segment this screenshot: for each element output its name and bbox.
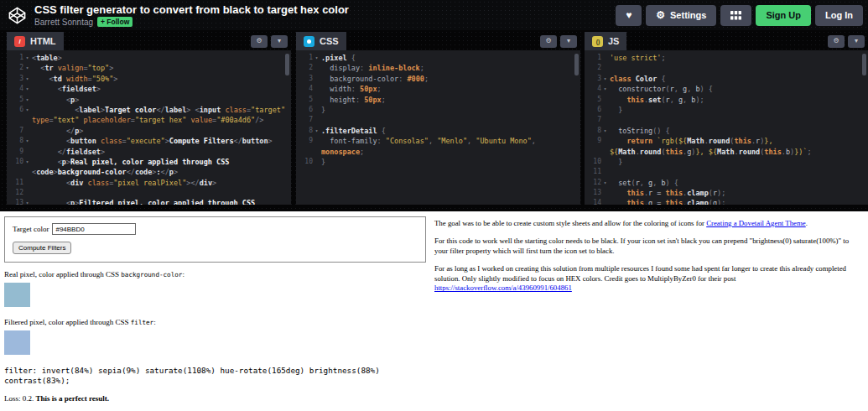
result-pane: Target color Compute Filters Real pixel,…	[0, 211, 868, 411]
code-line: 2	[585, 63, 868, 73]
js-collapse-button[interactable]: ▾	[848, 35, 865, 48]
code-line: monospace;	[296, 147, 580, 157]
html-settings-button[interactable]: ⚙	[251, 35, 268, 48]
code-line: 4 width: 50px;	[296, 84, 580, 94]
login-button[interactable]: Log In	[815, 5, 863, 26]
code-line: 5 height: 50px;	[296, 95, 580, 105]
filtered-pixel-caption: Filtered pixel, color applied through CS…	[4, 318, 429, 326]
css-tab[interactable]: CSS	[296, 32, 346, 50]
codepen-logo-icon[interactable]	[8, 6, 27, 25]
inline-code: background-color	[121, 271, 182, 278]
code-line: 1▾<table>	[7, 53, 291, 63]
js-icon: ( )	[592, 36, 603, 47]
css-icon	[304, 36, 314, 47]
result-right-column: The goal was to be able to create custom…	[434, 219, 860, 301]
code-line: 11 <div class="pixel realPixel"></div>	[7, 178, 291, 188]
js-settings-button[interactable]: ⚙	[828, 35, 845, 48]
layout-grid-icon	[730, 11, 741, 20]
code-line: 5 this.set(r, g, b);	[585, 95, 868, 105]
result-paragraph: For this code to work well the starting …	[434, 237, 860, 257]
code-line: 12	[7, 188, 291, 198]
code-line: 3▾ <td width="50%">	[7, 74, 291, 84]
js-editor-panel: ( ) JS ⚙ ▾ 1'use strict';23▾class Color …	[585, 32, 868, 205]
code-line: 3▾class Color {	[585, 74, 868, 84]
real-pixel-caption: Real pixel, color applied through CSS ba…	[4, 270, 429, 278]
result-link[interactable]: https://stackoverflow.com/a/43960991/604…	[434, 284, 572, 292]
js-panel-header: ( ) JS ⚙ ▾	[585, 32, 868, 50]
code-line: 9 font-family: "Consolas", "Menlo", "Ubu…	[296, 136, 580, 146]
chevron-down-icon: ▾	[567, 38, 570, 44]
css-editor-panel: CSS ⚙ ▾ 1▾.pixel {2 display: inline-bloc…	[296, 32, 580, 205]
inline-code: filter	[131, 319, 153, 326]
editor-row: / HTML ⚙ ▾ 1▾<table>2▾ <tr valign="top">…	[0, 30, 868, 211]
gear-icon: ⚙	[656, 10, 665, 20]
gear-icon: ⚙	[833, 38, 839, 44]
chevron-down-icon: ▾	[855, 38, 858, 44]
top-header: CSS filter generator to convert from bla…	[0, 0, 868, 30]
author-name: Barrett Sonntag	[34, 18, 93, 27]
byline: Barrett Sonntag + Follow	[34, 17, 349, 27]
settings-button[interactable]: ⚙ Settings	[646, 5, 716, 26]
change-view-button[interactable]	[720, 5, 751, 26]
code-line: 7	[296, 115, 580, 125]
code-line: 8▾.filterDetail {	[296, 126, 580, 136]
code-line: 2 display: inline-block;	[296, 63, 580, 73]
css-settings-button[interactable]: ⚙	[540, 35, 557, 48]
code-line: 1'use strict';	[585, 53, 868, 63]
chevron-down-icon: ▾	[278, 38, 281, 44]
code-line: 9 </fieldset>	[7, 147, 291, 157]
loss-line: Loss: 0.2. This is a perfect result.	[4, 394, 429, 403]
css-scrollbar[interactable]	[574, 54, 579, 75]
code-line: 7	[585, 115, 868, 125]
html-code-editor[interactable]: 1▾<table>2▾ <tr valign="top">3▾ <td widt…	[7, 50, 291, 205]
target-color-input[interactable]	[52, 223, 136, 235]
js-tab-label: JS	[608, 36, 619, 46]
code-line: ${Math.round(this.g)}, ${Math.round(this…	[585, 147, 868, 157]
result-paragraph: The goal was to be able to create custom…	[434, 219, 860, 229]
signup-label: Sign Up	[766, 10, 801, 20]
like-button[interactable]: ♥	[616, 5, 642, 26]
result-link[interactable]: Creating a Dovetail Agent Theme	[706, 219, 806, 227]
css-collapse-button[interactable]: ▾	[560, 35, 577, 48]
code-line: 5▾ <p>	[7, 95, 291, 105]
code-line: 6}	[296, 105, 580, 115]
html-panel-header: / HTML ⚙ ▾	[7, 32, 291, 50]
compute-filters-button[interactable]: Compute Filters	[13, 242, 71, 254]
css-code-editor[interactable]: 1▾.pixel {2 display: inline-block;3 back…	[296, 50, 580, 205]
code-line: 2▾ <tr valign="top">	[7, 63, 291, 73]
code-line: 11	[585, 167, 868, 177]
js-code-editor[interactable]: 1'use strict';23▾class Color {4▾ constru…	[585, 50, 868, 205]
code-line: 13▾ <p>Filtered pixel, color applied thr…	[7, 198, 291, 205]
css-tab-label: CSS	[320, 36, 339, 46]
html-tab[interactable]: / HTML	[7, 32, 64, 50]
code-line: 8▾ <button class="execute">Compute Filte…	[7, 136, 291, 146]
code-line: 13 this.r = this.clamp(r);	[585, 188, 868, 198]
code-line: 8▾ toString() {	[585, 126, 868, 136]
heart-icon: ♥	[626, 10, 632, 20]
result-left-column: Target color Compute Filters Real pixel,…	[4, 216, 429, 403]
follow-button[interactable]: + Follow	[97, 17, 133, 27]
code-line: 4▾ <fieldset>	[7, 84, 291, 94]
code-line: 6 }	[585, 105, 868, 115]
html-icon: /	[14, 36, 25, 47]
js-tab[interactable]: ( ) JS	[585, 32, 626, 50]
code-line: 4▾ constructor(r, g, b) {	[585, 84, 868, 94]
result-paragraph: For as long as I worked on creating this…	[434, 264, 860, 294]
settings-label: Settings	[670, 10, 706, 20]
login-label: Log In	[825, 10, 853, 20]
code-line: 6▾ <label>Target color</label> <input cl…	[7, 105, 291, 115]
code-line: 12▾ set(r, g, b) {	[585, 178, 868, 188]
code-line: type="text" placeholder="target hex" val…	[7, 115, 291, 125]
code-line: 14 this.g = this.clamp(g);	[585, 198, 868, 205]
filtered-pixel-swatch	[4, 330, 30, 355]
html-editor-panel: / HTML ⚙ ▾ 1▾<table>2▾ <tr valign="top">…	[7, 32, 291, 205]
html-scrollbar[interactable]	[285, 54, 289, 75]
js-scrollbar[interactable]	[862, 54, 866, 75]
signup-button[interactable]: Sign Up	[756, 5, 811, 26]
code-line: 9 return `rgb(${Math.round(this.r)},	[585, 136, 868, 146]
real-pixel-swatch	[4, 283, 30, 307]
code-line: 3 background-color: #000;	[296, 74, 580, 84]
filter-rule-output: filter: invert(84%) sepia(9%) saturate(1…	[4, 366, 398, 385]
html-collapse-button[interactable]: ▾	[271, 35, 288, 48]
target-color-fieldset: Target color Compute Filters	[4, 216, 426, 263]
